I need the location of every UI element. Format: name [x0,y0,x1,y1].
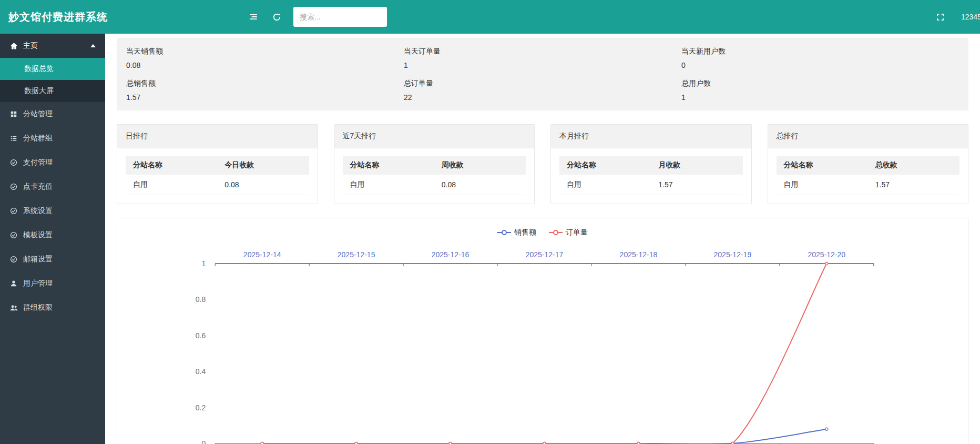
fullscreen-icon [936,13,945,22]
card-title: 近7天排行 [334,125,535,148]
stat-value: 1 [404,61,681,69]
stat-label: 总销售额 [126,79,404,88]
stat-total-sales: 总销售额 1.57 [126,79,404,102]
search-input[interactable] [293,7,387,27]
header-search [293,7,387,27]
card-title: 本月排行 [551,125,751,148]
rank-table: 分站名称 周收款 自用 0.08 [343,156,526,195]
sidebar-item-user-management[interactable]: 用户管理 [0,271,105,296]
app-title: 妙文馆付费进群系统 [0,10,242,24]
sidebar-item-email-settings[interactable]: 邮箱设置 [0,247,105,271]
page-layout: 主页 数据总览 数据大屏 分站管理 分站群组 [0,34,980,444]
svg-text:2025-12-16: 2025-12-16 [432,250,469,259]
svg-text:2025-12-17: 2025-12-17 [526,250,564,259]
column-header: 分站名称 [777,156,868,175]
circle-check-icon [9,207,18,215]
sidebar-item-site-management[interactable]: 分站管理 [0,102,105,126]
stat-today-sales: 当天销售额 0.08 [126,47,404,69]
svg-text:1: 1 [201,259,206,268]
svg-text:0: 0 [201,439,206,444]
collapse-menu-button[interactable] [242,0,265,34]
refresh-icon [272,13,281,22]
main-content: 当天销售额 0.08 当天订单量 1 当天新用户数 0 总销售额 1.57 总订… [105,34,980,444]
stat-total-users: 总用户数 1 [681,79,959,102]
sidebar: 主页 数据总览 数据大屏 分站管理 分站群组 [0,34,105,444]
svg-text:2025-12-14: 2025-12-14 [243,250,281,259]
sidebar-item-label: 系统设置 [23,206,53,216]
amount-cell: 1.57 [868,175,959,195]
svg-text:2025-12-20: 2025-12-20 [808,250,845,259]
sidebar-item-label: 用户管理 [23,279,53,288]
table-row: 自用 0.08 [126,175,309,195]
site-name-cell: 自用 [126,175,217,195]
top-header: 妙文馆付费进群系统 12345 [0,0,980,34]
legend-item-orders[interactable]: 订单量 [549,228,588,237]
stat-label: 总订单量 [404,79,681,88]
username-text[interactable]: 12345 [961,13,980,21]
rank-table: 分站名称 月收款 自用 1.57 [559,156,743,195]
amount-cell: 0.08 [434,175,526,195]
user-icon [9,279,18,288]
sidebar-item-site-groups[interactable]: 分站群组 [0,126,105,150]
users-icon [9,304,18,312]
column-header: 分站名称 [126,156,217,175]
stat-total-orders: 总订单量 22 [404,79,681,102]
sidebar-item-home[interactable]: 主页 [0,34,105,58]
sidebar-item-data-overview[interactable]: 数据总览 [0,58,105,80]
sales-orders-chart: 2025-12-142025-12-142025-12-152025-12-15… [121,240,964,444]
sidebar-item-label: 数据大屏 [24,86,54,96]
site-name-cell: 自用 [559,175,651,195]
legend-item-sales[interactable]: 销售额 [497,228,536,237]
sidebar-item-label: 主页 [23,41,38,51]
sidebar-item-card-recharge[interactable]: 点卡充值 [0,175,105,199]
sidebar-item-data-screen[interactable]: 数据大屏 [0,80,105,102]
stat-today-new-users: 当天新用户数 0 [681,47,959,69]
svg-text:0.2: 0.2 [196,403,206,412]
sidebar-item-payment[interactable]: 支付管理 [0,150,105,175]
rank-card-week: 近7天排行 分站名称 周收款 自用 0.08 [334,124,535,204]
card-title: 总排行 [768,125,968,148]
header-right: 12345 [928,0,980,34]
sidebar-item-label: 数据总览 [24,64,54,74]
stat-value: 22 [404,93,681,102]
circle-check-icon [9,158,18,167]
line-circle-icon [497,230,511,235]
sidebar-item-label: 点卡充值 [23,182,53,191]
column-header: 总收款 [868,156,959,175]
svg-text:2025-12-19: 2025-12-19 [714,250,752,259]
sidebar-item-template-settings[interactable]: 模板设置 [0,223,105,247]
svg-text:0.4: 0.4 [196,367,206,376]
fullscreen-button[interactable] [928,0,952,34]
sidebar-item-system-settings[interactable]: 系统设置 [0,199,105,223]
home-icon [9,42,18,50]
table-row: 自用 1.57 [777,175,960,195]
stats-panel: 当天销售额 0.08 当天订单量 1 当天新用户数 0 总销售额 1.57 总订… [117,38,968,110]
sales-orders-chart-card: 销售额 订单量 2025-12-142025-12-142025-12-1520… [117,218,968,444]
column-header: 周收款 [434,156,526,175]
list-icon [9,134,18,143]
sidebar-item-label: 支付管理 [23,158,53,167]
rank-table: 分站名称 总收款 自用 1.57 [777,156,960,195]
circle-check-icon [9,231,18,239]
table-row: 自用 0.08 [343,175,526,195]
sidebar-item-label: 群组权限 [23,303,53,312]
rank-cards-row: 日排行 分站名称 今日收款 自用 0.08 近7天排行 [117,124,968,204]
stat-label: 当天订单量 [404,47,681,56]
chart-legend: 销售额 订单量 [121,225,964,240]
stat-value: 0 [681,61,959,69]
rank-card-daily: 日排行 分站名称 今日收款 自用 0.08 [117,124,318,204]
amount-cell: 1.57 [651,175,742,195]
svg-text:0.8: 0.8 [196,295,206,304]
stat-label: 总用户数 [681,79,959,88]
column-header: 分站名称 [559,156,651,175]
card-title: 日排行 [117,125,318,148]
rank-card-total: 总排行 分站名称 总收款 自用 1.57 [768,124,969,204]
sidebar-item-group-permissions[interactable]: 群组权限 [0,296,105,320]
home-submenu: 数据总览 数据大屏 [0,58,105,102]
rank-card-month: 本月排行 分站名称 月收款 自用 1.57 [550,124,752,204]
sidebar-item-label: 邮箱设置 [23,255,53,264]
refresh-button[interactable] [265,0,288,34]
sidebar-item-label: 分站群组 [23,134,53,143]
grid-icon [9,110,18,118]
table-row: 自用 1.57 [559,175,743,195]
